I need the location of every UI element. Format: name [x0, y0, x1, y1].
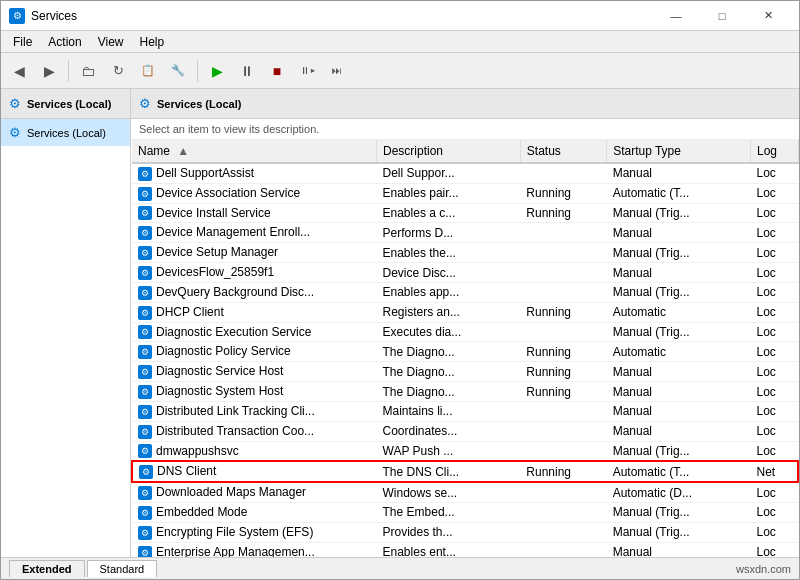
help-button[interactable]: ⏭ — [323, 57, 351, 85]
service-icon: ⚙ — [138, 325, 152, 339]
service-status-cell — [520, 243, 606, 263]
service-name-cell: ⚙Diagnostic Service Host — [132, 362, 377, 382]
table-row[interactable]: ⚙Dell SupportAssistDell Suppor...ManualL… — [132, 163, 798, 183]
service-log-cell: Loc — [750, 342, 798, 362]
service-name-cell: ⚙Device Association Service — [132, 183, 377, 203]
tab-standard[interactable]: Standard — [87, 560, 158, 577]
new-button[interactable]: 🔧 — [164, 57, 192, 85]
service-status-cell — [520, 441, 606, 461]
service-log-cell: Loc — [750, 183, 798, 203]
table-row[interactable]: ⚙Embedded ModeThe Embed...Manual (Trig..… — [132, 503, 798, 523]
service-name-cell: ⚙Device Management Enroll... — [132, 223, 377, 243]
service-status-cell: Running — [520, 342, 606, 362]
service-startup-cell: Manual — [607, 263, 751, 283]
service-desc-cell: Provides th... — [377, 522, 521, 542]
back-button[interactable]: ◀ — [5, 57, 33, 85]
service-status-cell: Running — [520, 461, 606, 482]
service-name-text: Device Association Service — [156, 186, 300, 200]
table-row[interactable]: ⚙Distributed Transaction Coo...Coordinat… — [132, 421, 798, 441]
start-button[interactable]: ▶ — [203, 57, 231, 85]
service-startup-cell: Manual (Trig... — [607, 282, 751, 302]
table-row[interactable]: ⚙Diagnostic Execution ServiceExecutes di… — [132, 322, 798, 342]
table-row[interactable]: ⚙DevQuery Background Disc...Enables app.… — [132, 282, 798, 302]
service-icon: ⚙ — [138, 526, 152, 540]
service-name-cell: ⚙DevicesFlow_25859f1 — [132, 263, 377, 283]
table-row[interactable]: ⚙DNS ClientThe DNS Cli...RunningAutomati… — [132, 461, 798, 482]
pause-button[interactable]: ⏸ — [233, 57, 261, 85]
col-startup-type[interactable]: Startup Type — [607, 140, 751, 163]
window-title: Services — [31, 9, 77, 23]
service-startup-cell: Manual (Trig... — [607, 203, 751, 223]
menu-help[interactable]: Help — [132, 33, 173, 51]
service-desc-cell: Coordinates... — [377, 421, 521, 441]
forward-button[interactable]: ▶ — [35, 57, 63, 85]
col-description[interactable]: Description — [377, 140, 521, 163]
table-row[interactable]: ⚙Encrypting File System (EFS)Provides th… — [132, 522, 798, 542]
table-row[interactable]: ⚙DevicesFlow_25859f1Device Disc...Manual… — [132, 263, 798, 283]
properties-button[interactable]: 📋 — [134, 57, 162, 85]
service-log-cell: Loc — [750, 163, 798, 183]
service-log-cell: Loc — [750, 223, 798, 243]
service-desc-cell: Dell Suppor... — [377, 163, 521, 183]
table-row[interactable]: ⚙Downloaded Maps ManagerWindows se...Aut… — [132, 482, 798, 502]
col-name[interactable]: Name ▲ — [132, 140, 377, 163]
table-row[interactable]: ⚙Device Setup ManagerEnables the...Manua… — [132, 243, 798, 263]
service-status-cell — [520, 401, 606, 421]
table-row[interactable]: ⚙Enterprise App Managemen...Enables ent.… — [132, 542, 798, 557]
col-log[interactable]: Log — [750, 140, 798, 163]
services-table-container[interactable]: Name ▲ Description Status Startup Type — [131, 140, 799, 557]
sort-icon: ▲ — [177, 144, 189, 158]
table-row[interactable]: ⚙Device Install ServiceEnables a c...Run… — [132, 203, 798, 223]
tab-extended[interactable]: Extended — [9, 560, 85, 577]
service-icon: ⚙ — [138, 206, 152, 220]
restart-button[interactable]: ⏸▶ — [293, 57, 321, 85]
sidebar-item-services-local[interactable]: ⚙ Services (Local) — [1, 119, 130, 146]
service-startup-cell: Automatic (T... — [607, 183, 751, 203]
service-icon: ⚙ — [138, 266, 152, 280]
col-status[interactable]: Status — [520, 140, 606, 163]
service-name-cell: ⚙Encrypting File System (EFS) — [132, 522, 377, 542]
service-status-cell: Running — [520, 362, 606, 382]
services-header-icon: ⚙ — [9, 96, 21, 111]
window-controls: — □ ✕ — [653, 1, 791, 31]
folder-button[interactable]: 🗀 — [74, 57, 102, 85]
table-row[interactable]: ⚙Diagnostic Service HostThe Diagno...Run… — [132, 362, 798, 382]
table-row[interactable]: ⚙Diagnostic System HostThe Diagno...Runn… — [132, 382, 798, 402]
table-row[interactable]: ⚙Device Management Enroll...Performs D..… — [132, 223, 798, 243]
right-panel-title: Services (Local) — [157, 98, 241, 110]
service-desc-cell: Windows se... — [377, 482, 521, 502]
service-name-text: DHCP Client — [156, 305, 224, 319]
maximize-button[interactable]: □ — [699, 1, 745, 31]
refresh-button[interactable]: ↻ — [104, 57, 132, 85]
service-name-text: DNS Client — [157, 464, 216, 478]
service-status-cell: Running — [520, 382, 606, 402]
service-status-cell — [520, 163, 606, 183]
service-log-cell: Loc — [750, 322, 798, 342]
menu-view[interactable]: View — [90, 33, 132, 51]
service-name-cell: ⚙Device Install Service — [132, 203, 377, 223]
service-status-cell — [520, 322, 606, 342]
service-name-cell: ⚙dmwappushsvc — [132, 441, 377, 461]
service-log-cell: Loc — [750, 401, 798, 421]
title-bar-left: ⚙ Services — [9, 8, 77, 24]
service-name-text: Device Management Enroll... — [156, 225, 310, 239]
service-desc-cell: The DNS Cli... — [377, 461, 521, 482]
table-row[interactable]: ⚙dmwappushsvcWAP Push ...Manual (Trig...… — [132, 441, 798, 461]
service-icon: ⚙ — [139, 465, 153, 479]
table-header-row: Name ▲ Description Status Startup Type — [132, 140, 798, 163]
service-log-cell: Loc — [750, 503, 798, 523]
table-row[interactable]: ⚙DHCP ClientRegisters an...RunningAutoma… — [132, 302, 798, 322]
close-button[interactable]: ✕ — [745, 1, 791, 31]
service-startup-cell: Manual — [607, 382, 751, 402]
table-row[interactable]: ⚙Device Association ServiceEnables pair.… — [132, 183, 798, 203]
table-row[interactable]: ⚙Diagnostic Policy ServiceThe Diagno...R… — [132, 342, 798, 362]
service-name-text: Dell SupportAssist — [156, 166, 254, 180]
service-log-cell: Loc — [750, 302, 798, 322]
table-row[interactable]: ⚙Distributed Link Tracking Cli...Maintai… — [132, 401, 798, 421]
service-startup-cell: Manual (Trig... — [607, 441, 751, 461]
menu-action[interactable]: Action — [40, 33, 89, 51]
stop-button[interactable]: ■ — [263, 57, 291, 85]
minimize-button[interactable]: — — [653, 1, 699, 31]
menu-file[interactable]: File — [5, 33, 40, 51]
service-name-cell: ⚙Enterprise App Managemen... — [132, 542, 377, 557]
